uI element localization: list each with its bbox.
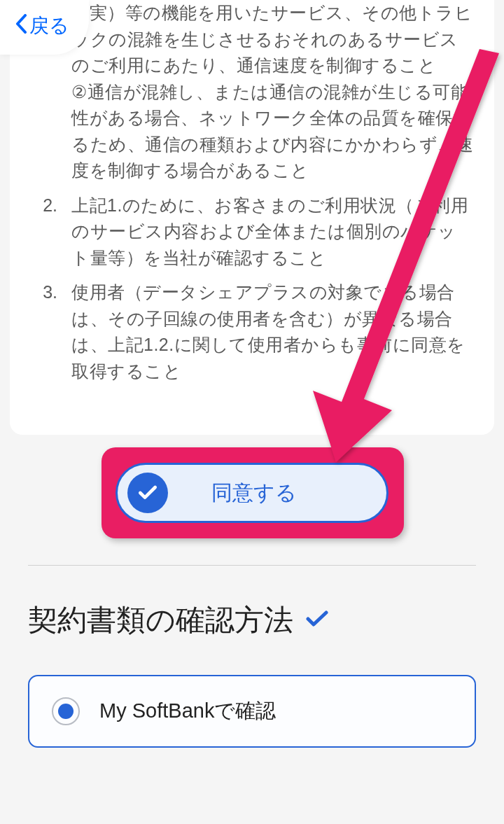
list-text: 上記1.のために、お客さまのご利用状況（ご利用のサービス内容および全体または個別… bbox=[71, 193, 473, 272]
section-header: 契約書類の確認方法 bbox=[28, 601, 476, 640]
agree-button-container: 同意する bbox=[0, 463, 504, 523]
back-button-label: 戻る bbox=[29, 13, 69, 39]
list-text: 使用者（データシェアプラスの対象である場合は、その子回線の使用者を含む）が異なる… bbox=[71, 279, 473, 384]
radio-option-label: My SoftBankで確認 bbox=[99, 697, 276, 725]
check-circle-icon bbox=[127, 473, 168, 513]
section-title: 契約書類の確認方法 bbox=[28, 601, 293, 640]
agree-button[interactable]: 同意する bbox=[115, 463, 388, 523]
terms-list-item: 3. 使用者（データシェアプラスの対象である場合は、その子回線の使用者を含む）が… bbox=[31, 279, 473, 384]
terms-card: 現実）等の機能を用いたサービス、その他トラヒックの混雑を生じさせるおそれのあるサ… bbox=[10, 0, 494, 435]
radio-selected-icon bbox=[58, 704, 74, 719]
list-number: 3. bbox=[31, 279, 57, 384]
section-divider bbox=[28, 565, 476, 566]
list-number: 2. bbox=[31, 193, 57, 272]
terms-list-item: 2. 上記1.のために、お客さまのご利用状況（ご利用のサービス内容および全体また… bbox=[31, 193, 473, 272]
back-button[interactable]: 戻る bbox=[0, 0, 89, 55]
list-text: 現実）等の機能を用いたサービス、その他トラヒックの混雑を生じさせるおそれのあるサ… bbox=[71, 0, 473, 184]
check-icon bbox=[306, 610, 328, 630]
terms-list-item: 現実）等の機能を用いたサービス、その他トラヒックの混雑を生じさせるおそれのあるサ… bbox=[31, 0, 473, 184]
radio-option-mysoftbank[interactable]: My SoftBankで確認 bbox=[28, 675, 476, 748]
chevron-left-icon bbox=[15, 14, 27, 39]
radio-button-icon bbox=[52, 697, 80, 725]
agree-button-label: 同意する bbox=[211, 479, 297, 508]
